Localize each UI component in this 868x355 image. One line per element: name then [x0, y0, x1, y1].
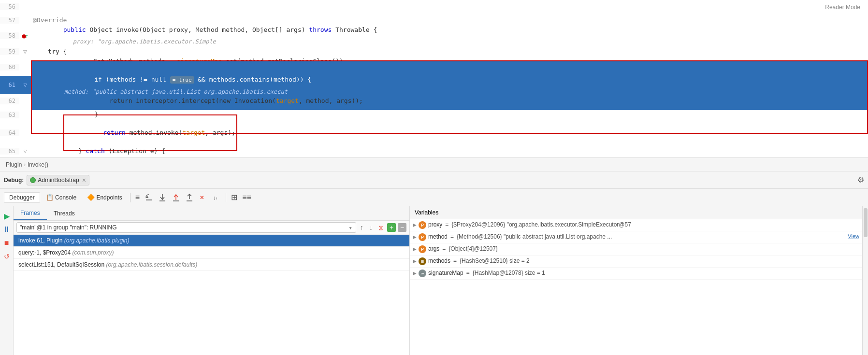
session-name: AdminBootstrap [38, 177, 79, 184]
line-number-61: 61 [0, 82, 19, 88]
toolbar-separator-2 [226, 193, 226, 202]
tab-frames[interactable]: Frames [14, 206, 47, 220]
line-number-63: 63 [0, 112, 19, 118]
frames-view-btn[interactable]: ⊞ [229, 192, 239, 203]
session-status-dot [30, 177, 36, 183]
frames-down-btn[interactable]: ↓ [367, 223, 375, 232]
restart-btn[interactable]: ↺ [1, 251, 13, 262]
var-expand-proxy[interactable]: ▶ [413, 222, 417, 227]
var-name-proxy: proxy [428, 221, 442, 228]
line-number-57: 57 [0, 17, 19, 24]
variables-header: Variables [410, 206, 862, 219]
var-eq-method: = [450, 233, 454, 240]
var-icon-method: P [419, 233, 426, 241]
step-over-btn[interactable] [143, 192, 155, 203]
line-number-59: 59 [0, 48, 19, 55]
bookmark-icon-61: ▽ [23, 82, 27, 88]
scrollbar-thumb [864, 208, 868, 237]
var-val-proxy: {$Proxy204@12096} "org.apache.ibatis.exe… [451, 221, 859, 228]
breadcrumb-bar: Plugin › invoke() [0, 157, 868, 171]
frames-remove-btn[interactable]: − [398, 223, 406, 232]
tab-endpoints[interactable]: 🔶 Endpoints [82, 192, 127, 202]
frames-panel: Frames Threads "main"@1 in group "main":… [14, 206, 410, 355]
frame-text-0: invoke:61, Plugin [18, 237, 64, 244]
var-eq-signaturemap: = [466, 270, 470, 276]
editor-area: Reader Mode 56 57 @Override 58 ● ↑ publi… [0, 0, 868, 171]
show-frames-btn[interactable]: ≡ [133, 192, 142, 203]
bookmark-icon-65: ▽ [23, 148, 27, 155]
tab-debugger[interactable]: Debugger [4, 192, 40, 203]
breadcrumb-part2[interactable]: invoke() [28, 161, 48, 168]
line-gutter-61: ▽ [19, 82, 31, 88]
var-expand-signaturemap[interactable]: ▶ [413, 270, 417, 276]
frames-filter-btn[interactable]: ⧖ [376, 223, 385, 233]
line-number-56: 56 [0, 3, 19, 10]
line-number-58: 58 [0, 32, 19, 39]
frames-list: invoke:61, Plugin (org.apache.ibatis.plu… [14, 235, 409, 355]
var-expand-method[interactable]: ▶ [413, 234, 417, 240]
frames-toolbar: "main"@1 in group "main": RUNNING ▾ ↑ ↓ … [14, 221, 409, 235]
var-item-method: ▶ P method = {Method@12506} "public abst… [410, 231, 862, 243]
var-eq-args: = [442, 245, 446, 252]
variables-list: ▶ P proxy = {$Proxy204@12096} "org.apach… [410, 219, 862, 355]
frame-item-0[interactable]: invoke:61, Plugin (org.apache.ibatis.plu… [14, 235, 409, 247]
thread-select[interactable]: "main"@1 in group "main": RUNNING [16, 222, 356, 233]
var-item-methods: ▶ ≡ methods = {HashSet@12510} size = 2 [410, 256, 862, 268]
line-number-65: 65 [0, 148, 19, 155]
frame-italic-0: (org.apache.ibatis.plugin) [64, 237, 130, 244]
threads-view-btn[interactable]: ≡≡ [240, 192, 253, 203]
resume-btn[interactable]: ▶ [1, 210, 13, 222]
frames-up-btn[interactable]: ↑ [358, 223, 365, 232]
frame-text-1: query:-1, $Proxy204 [18, 249, 72, 256]
var-name-methods: methods [428, 257, 450, 264]
session-tab[interactable]: AdminBootstrap × [27, 175, 89, 185]
var-view-link-method[interactable]: View [848, 233, 859, 239]
frame-item-1[interactable]: query:-1, $Proxy204 (com.sun.proxy) [14, 247, 409, 259]
line-gutter-59: ▽ [19, 48, 31, 55]
debug-arrow-58: ↑ [25, 33, 29, 39]
var-item-signaturemap: ▶ ∞ signatureMap = {HashMap@12078} size … [410, 268, 862, 280]
debug-content: ▶ ⏸ ■ ↺ Frames Threads "main"@1 in group… [0, 206, 868, 355]
tab-threads[interactable]: Threads [47, 206, 82, 220]
var-expand-args[interactable]: ▶ [413, 246, 417, 252]
code-container: 56 57 @Override 58 ● ↑ public Object inv… [0, 0, 868, 158]
debug-panel: Debug: AdminBootstrap × ⚙ Debugger 📋 Con… [0, 171, 868, 355]
var-icon-methods: ≡ [419, 257, 426, 265]
bookmark-icon-59: ▽ [23, 48, 27, 55]
line-number-64: 64 [0, 129, 19, 136]
frames-tabs: Frames Threads [14, 206, 409, 221]
side-controls: ▶ ⏸ ■ ↺ [0, 206, 14, 355]
code-line-58: 58 ● ↑ public Object invoke(Object proxy… [0, 27, 868, 45]
var-eq-methods: = [453, 257, 457, 264]
evaluate-btn[interactable]: ✕ [197, 192, 209, 203]
tab-console[interactable]: 📋 Console [41, 192, 81, 202]
variables-scrollbar[interactable] [862, 206, 868, 355]
step-out-btn[interactable] [170, 192, 182, 203]
frame-item-2[interactable]: selectList:151, DefaultSqlSession (org.a… [14, 259, 409, 271]
var-item-args: ▶ P args = {Object[4]@12507} [410, 243, 862, 256]
line-gutter-58: ● ↑ [19, 32, 31, 40]
variables-panel: Variables ▶ P proxy = {$Proxy204@12096} … [410, 206, 862, 355]
frames-add-btn[interactable]: + [387, 223, 396, 232]
debug-label: Debug: [4, 177, 24, 184]
step-btn[interactable]: ↓ᵢ [210, 192, 223, 203]
stop-btn[interactable]: ■ [1, 237, 13, 249]
debug-header: Debug: AdminBootstrap × ⚙ [0, 171, 868, 189]
var-item-proxy: ▶ P proxy = {$Proxy204@12096} "org.apach… [410, 219, 862, 231]
var-val-signaturemap: {HashMap@12078} size = 1 [473, 270, 859, 276]
var-expand-methods[interactable]: ▶ [413, 258, 417, 264]
line-content-65: } catch (Exception e) { [31, 133, 868, 158]
session-close-btn[interactable]: × [82, 176, 86, 184]
run-to-cursor-btn[interactable] [183, 192, 196, 203]
pause-btn[interactable]: ⏸ [1, 224, 13, 235]
line-number-62: 62 [0, 98, 19, 104]
step-into-btn[interactable] [156, 192, 169, 203]
var-icon-signaturemap: ∞ [419, 270, 426, 277]
breadcrumb-part1[interactable]: Plugin [6, 161, 22, 168]
code-line-65: 65 ▽ } catch (Exception e) { [0, 144, 868, 158]
var-icon-args: P [419, 245, 426, 253]
line-number-60: 60 [0, 64, 19, 71]
settings-gear-btn[interactable]: ⚙ [857, 175, 864, 185]
frame-text-2: selectList:151, DefaultSqlSession [18, 261, 106, 268]
var-val-method: {Method@12506} "public abstract java.uti… [457, 233, 844, 240]
